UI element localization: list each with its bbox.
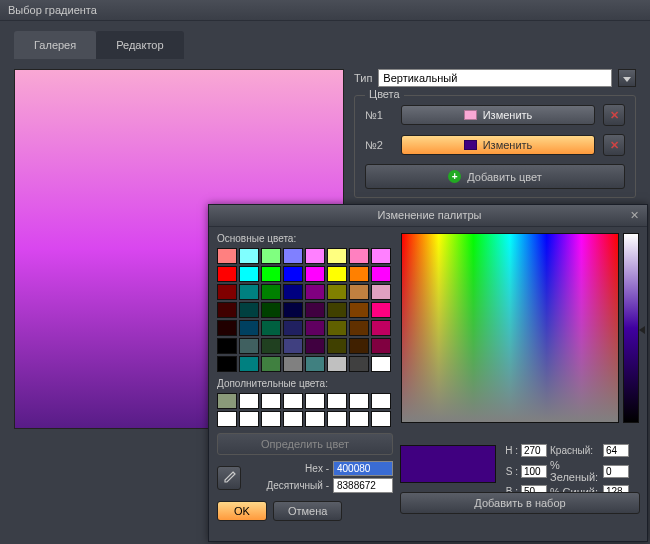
custom-swatch[interactable] — [349, 411, 369, 427]
custom-swatch[interactable] — [371, 393, 391, 409]
color-field[interactable] — [401, 233, 619, 423]
custom-swatch[interactable] — [327, 411, 347, 427]
custom-swatch[interactable] — [217, 411, 237, 427]
basic-swatch[interactable] — [327, 338, 347, 354]
custom-swatch[interactable] — [283, 411, 303, 427]
custom-swatch[interactable] — [239, 411, 259, 427]
basic-swatch[interactable] — [305, 302, 325, 318]
custom-swatch[interactable] — [305, 393, 325, 409]
basic-swatch[interactable] — [239, 284, 259, 300]
basic-swatch[interactable] — [305, 320, 325, 336]
add-to-set-button[interactable]: Добавить в набор — [400, 492, 640, 514]
color-swatch-2 — [464, 140, 477, 150]
eyedropper-button[interactable] — [217, 466, 241, 490]
basic-swatch[interactable] — [371, 338, 391, 354]
basic-swatch[interactable] — [349, 284, 369, 300]
basic-swatch[interactable] — [261, 284, 281, 300]
basic-swatch[interactable] — [261, 302, 281, 318]
luminosity-slider[interactable] — [623, 233, 639, 423]
type-select[interactable] — [378, 69, 612, 87]
basic-swatch[interactable] — [261, 266, 281, 282]
r-input[interactable] — [603, 444, 629, 457]
basic-swatch[interactable] — [217, 248, 237, 264]
custom-swatch[interactable] — [261, 411, 281, 427]
tab-gallery[interactable]: Галерея — [14, 31, 96, 59]
basic-swatch[interactable] — [349, 338, 369, 354]
type-dropdown-button[interactable] — [618, 69, 636, 87]
basic-swatch[interactable] — [217, 356, 237, 372]
basic-swatch[interactable] — [371, 266, 391, 282]
basic-swatch[interactable] — [305, 248, 325, 264]
basic-swatch[interactable] — [327, 320, 347, 336]
basic-swatch[interactable] — [371, 302, 391, 318]
basic-swatch[interactable] — [261, 320, 281, 336]
custom-swatch[interactable] — [349, 393, 369, 409]
custom-swatch[interactable] — [261, 393, 281, 409]
remove-color-2-button[interactable]: ✕ — [603, 134, 625, 156]
g-input[interactable] — [603, 465, 629, 478]
basic-swatch[interactable] — [239, 302, 259, 318]
basic-swatch[interactable] — [327, 302, 347, 318]
basic-swatch[interactable] — [327, 248, 347, 264]
basic-swatch[interactable] — [349, 248, 369, 264]
basic-swatch[interactable] — [305, 356, 325, 372]
cancel-button[interactable]: Отмена — [273, 501, 342, 521]
s-input[interactable] — [521, 465, 547, 478]
basic-swatch[interactable] — [327, 356, 347, 372]
basic-swatch[interactable] — [239, 248, 259, 264]
basic-swatch[interactable] — [283, 266, 303, 282]
basic-swatch[interactable] — [371, 284, 391, 300]
picker-title: Изменение палитры — [378, 209, 482, 222]
basic-swatch[interactable] — [261, 338, 281, 354]
basic-swatch[interactable] — [217, 266, 237, 282]
custom-swatch[interactable] — [239, 393, 259, 409]
custom-swatch[interactable] — [327, 393, 347, 409]
basic-swatch[interactable] — [349, 302, 369, 318]
basic-swatch[interactable] — [239, 320, 259, 336]
basic-swatch[interactable] — [349, 320, 369, 336]
decimal-input[interactable] — [333, 478, 393, 493]
tab-editor[interactable]: Редактор — [96, 31, 183, 59]
ok-button[interactable]: OK — [217, 501, 267, 521]
basic-swatch[interactable] — [371, 356, 391, 372]
basic-swatch[interactable] — [283, 284, 303, 300]
colors-legend: Цвета — [365, 88, 404, 100]
basic-swatch[interactable] — [283, 356, 303, 372]
h-input[interactable] — [521, 444, 547, 457]
close-icon: ✕ — [610, 109, 619, 122]
change-color-2-button[interactable]: Изменить — [401, 135, 595, 155]
basic-swatch[interactable] — [283, 320, 303, 336]
basic-swatch[interactable] — [305, 338, 325, 354]
basic-swatch[interactable] — [217, 302, 237, 318]
remove-color-1-button[interactable]: ✕ — [603, 104, 625, 126]
custom-swatch[interactable] — [371, 411, 391, 427]
basic-swatch[interactable] — [371, 248, 391, 264]
basic-swatch[interactable] — [283, 338, 303, 354]
picker-close-button[interactable]: ✕ — [630, 209, 639, 222]
custom-swatch[interactable] — [283, 393, 303, 409]
change-color-1-button[interactable]: Изменить — [401, 105, 595, 125]
basic-swatch[interactable] — [261, 248, 281, 264]
basic-swatch[interactable] — [283, 302, 303, 318]
add-color-label: Добавить цвет — [467, 171, 541, 183]
basic-swatch[interactable] — [217, 284, 237, 300]
basic-swatch[interactable] — [239, 356, 259, 372]
basic-swatch[interactable] — [239, 266, 259, 282]
basic-swatch[interactable] — [239, 338, 259, 354]
basic-swatch[interactable] — [349, 266, 369, 282]
basic-swatch[interactable] — [327, 284, 347, 300]
basic-swatch[interactable] — [349, 356, 369, 372]
basic-swatch[interactable] — [371, 320, 391, 336]
custom-swatch[interactable] — [217, 393, 237, 409]
basic-swatch[interactable] — [217, 338, 237, 354]
basic-swatch[interactable] — [217, 320, 237, 336]
basic-swatch[interactable] — [283, 248, 303, 264]
basic-swatch[interactable] — [327, 266, 347, 282]
basic-swatch[interactable] — [261, 356, 281, 372]
custom-swatch[interactable] — [305, 411, 325, 427]
hex-input[interactable] — [333, 461, 393, 476]
basic-swatch[interactable] — [305, 266, 325, 282]
basic-swatch[interactable] — [305, 284, 325, 300]
color-swatch-1 — [464, 110, 477, 120]
add-color-button[interactable]: + Добавить цвет — [365, 164, 625, 189]
